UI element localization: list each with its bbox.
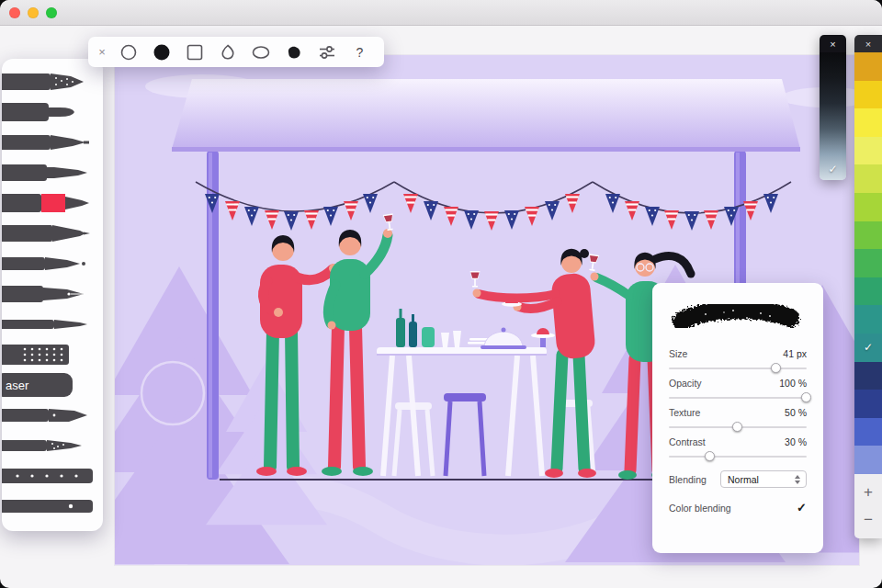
tool-pencil[interactable] <box>2 218 103 248</box>
palette-swatch[interactable] <box>854 81 882 109</box>
thin-pen-icon <box>2 311 96 338</box>
palette-swatch[interactable] <box>854 221 882 250</box>
ellipse-outline-icon <box>250 41 272 63</box>
tool-blade[interactable] <box>2 400 103 430</box>
fineliner-icon <box>2 129 96 156</box>
brush-icon <box>2 189 96 217</box>
contrast-label: Contrast <box>669 436 706 447</box>
paint-blob-icon <box>283 41 305 63</box>
color-palette-panel: × ✓ + − <box>854 35 882 538</box>
shape-teardrop-button[interactable] <box>212 37 243 67</box>
adjust-sliders-button[interactable] <box>311 37 342 67</box>
palette-swatch[interactable]: ✓ <box>854 334 882 362</box>
opacity-slider[interactable] <box>669 397 807 399</box>
selected-swatch-check-icon: ✓ <box>854 334 882 362</box>
tool-marker[interactable] <box>2 96 103 127</box>
palette-swatch[interactable] <box>854 193 882 221</box>
pattern-stamp-icon <box>2 341 96 368</box>
palette-swatch[interactable] <box>854 418 882 447</box>
palette-swatch[interactable] <box>854 390 882 418</box>
color-blending-row: Color blending ✓ <box>669 501 807 514</box>
tool-ink-pen[interactable] <box>2 157 103 187</box>
texture-slider-knob[interactable] <box>732 422 742 432</box>
marker-icon <box>2 98 96 126</box>
help-button[interactable]: ? <box>345 37 375 67</box>
palette-swatch[interactable] <box>854 108 882 137</box>
shape-blob-button[interactable] <box>278 37 309 67</box>
palette-footer: + − <box>854 474 882 538</box>
app-window: × ? aser <box>0 0 882 588</box>
blending-value: Normal <box>728 474 759 485</box>
palette-swatch[interactable] <box>854 446 882 474</box>
pencil-icon <box>2 220 96 247</box>
brush-settings-panel: Size41 px Opacity100 % Texture50 % Contr… <box>652 283 823 553</box>
stepper-icon <box>792 475 803 484</box>
tool-thin-pen[interactable] <box>2 309 103 339</box>
tool-palette: aser <box>2 59 103 531</box>
eraser-icon: aser <box>2 371 96 399</box>
ruler-icon <box>2 492 96 520</box>
contrast-value: 30 % <box>785 436 807 447</box>
tool-fineliner[interactable] <box>2 127 103 157</box>
window-close-button[interactable] <box>9 7 20 18</box>
palette-swatch[interactable] <box>854 362 882 390</box>
gradient-panel-close-button[interactable]: × <box>820 35 846 52</box>
palette-swatch[interactable] <box>854 305 882 334</box>
teardrop-icon <box>217 41 239 63</box>
opacity-slider-knob[interactable] <box>801 392 811 402</box>
tool-ruler[interactable] <box>2 491 103 521</box>
toolbar-close-icon[interactable]: × <box>94 37 110 67</box>
titlebar <box>0 0 882 26</box>
gradient-panel: × ✓ <box>820 35 846 180</box>
tool-eraser[interactable]: aser <box>2 369 103 400</box>
palette-swatch[interactable] <box>854 137 882 165</box>
size-slider-knob[interactable] <box>771 363 781 373</box>
texture-slider[interactable] <box>669 426 807 428</box>
shape-circle-outline-button[interactable] <box>113 37 143 67</box>
opacity-value: 100 % <box>779 378 807 389</box>
gradient-check-icon: ✓ <box>820 163 846 175</box>
palette-close-button[interactable]: × <box>854 35 882 52</box>
shape-circle-filled-button[interactable] <box>146 37 176 67</box>
tool-dotted-ruler[interactable] <box>2 460 103 491</box>
texture-pen-icon <box>2 68 96 96</box>
blending-label: Blending <box>669 474 707 485</box>
tool-fountain-pen[interactable] <box>2 278 103 309</box>
add-color-button[interactable]: + <box>864 483 873 502</box>
palette-swatch[interactable] <box>854 277 882 306</box>
tool-brush-selected[interactable] <box>2 187 103 218</box>
palette-swatch[interactable] <box>854 164 882 193</box>
square-outline-icon <box>184 41 206 63</box>
stipple-nib-icon <box>2 432 96 459</box>
ink-pen-icon <box>2 159 96 187</box>
palette-swatch[interactable] <box>854 249 882 277</box>
tool-airbrush[interactable] <box>2 248 103 278</box>
remove-color-button[interactable]: − <box>864 511 873 529</box>
airbrush-icon <box>2 250 96 277</box>
texture-label: Texture <box>669 407 700 418</box>
sliders-icon <box>316 41 338 63</box>
shape-square-button[interactable] <box>179 37 209 67</box>
size-slider[interactable] <box>669 368 807 369</box>
contrast-slider-knob[interactable] <box>705 451 715 461</box>
color-blending-label: Color blending <box>669 503 731 514</box>
gradient-strip[interactable]: ✓ <box>820 52 846 180</box>
slider-row-opacity: Opacity100 % <box>669 378 807 399</box>
window-minimize-button[interactable] <box>28 7 39 18</box>
slider-row-contrast: Contrast30 % <box>669 436 807 458</box>
size-value: 41 px <box>783 348 807 359</box>
window-zoom-button[interactable] <box>46 7 57 18</box>
circle-outline-icon <box>118 41 140 63</box>
palette-swatch[interactable] <box>854 52 882 81</box>
palette-swatches: ✓ <box>854 52 882 474</box>
tool-pattern-stamp[interactable] <box>2 339 103 369</box>
shape-toolbar: × ? <box>88 37 384 67</box>
blending-select[interactable]: Normal <box>720 470 807 488</box>
shape-ellipse-button[interactable] <box>245 37 276 67</box>
color-blending-checkbox[interactable]: ✓ <box>797 501 807 514</box>
tool-texture-pen[interactable] <box>2 66 103 96</box>
blending-row: Blending Normal <box>669 470 807 488</box>
contrast-slider[interactable] <box>669 456 807 458</box>
tool-stipple-nib[interactable] <box>2 430 103 460</box>
dotted-ruler-icon <box>2 462 96 490</box>
